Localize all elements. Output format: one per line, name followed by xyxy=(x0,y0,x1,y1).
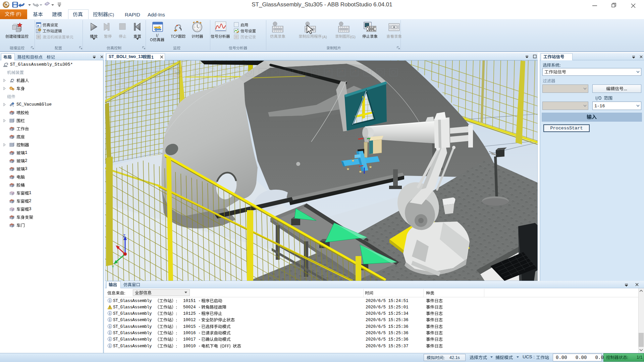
svg-text:Y: Y xyxy=(112,265,114,269)
svg-text:Z: Z xyxy=(123,233,125,238)
